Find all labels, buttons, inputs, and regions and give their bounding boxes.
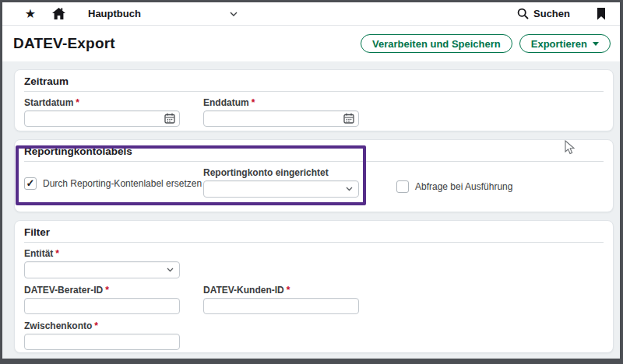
berater-id-input[interactable] bbox=[24, 298, 180, 314]
favorites-star-icon[interactable]: ★ bbox=[23, 6, 38, 22]
export-button[interactable]: Exportieren bbox=[519, 34, 611, 53]
reportingkonto-field: Reportingkonto eingerichtet bbox=[203, 167, 370, 198]
app-window: ★ Hauptbuch Suchen bbox=[0, 0, 623, 364]
kunden-id-label: DATEV-Kunden-ID* bbox=[203, 285, 359, 296]
abfrage-field: Abfrage bei Ausführung bbox=[396, 167, 512, 193]
page-title: DATEV-Export bbox=[13, 35, 115, 52]
header-buttons: Verarbeiten und Speichern Exportieren bbox=[361, 34, 611, 53]
ersetzen-checkbox-row[interactable]: ✓ Durch Reporting-Kontenlabel ersetzen bbox=[24, 177, 203, 190]
entitaet-select[interactable] bbox=[24, 261, 180, 278]
search-icon bbox=[517, 8, 529, 19]
zwischenkonto-label: Zwischenkonto* bbox=[24, 320, 180, 331]
enddatum-label: Enddatum* bbox=[203, 97, 359, 108]
startdatum-label: Startdatum* bbox=[24, 97, 180, 108]
required-marker: * bbox=[252, 97, 255, 108]
process-save-label: Verarbeiten und Speichern bbox=[372, 38, 501, 50]
section-reportingkontolabels: Reportingkontolabels ✓ Durch Reporting-K… bbox=[14, 139, 614, 212]
required-marker: * bbox=[105, 285, 109, 296]
chevron-down-icon bbox=[230, 12, 238, 16]
berater-id-field: DATEV-Berater-ID* bbox=[24, 285, 180, 314]
enddatum-input-wrap bbox=[203, 110, 359, 127]
reportingkonto-label: Reportingkonto eingerichtet bbox=[203, 167, 370, 178]
chevron-down-icon bbox=[346, 187, 353, 191]
reportingkonto-select[interactable] bbox=[203, 180, 359, 198]
entitaet-field: Entität* bbox=[24, 248, 604, 278]
required-marker: * bbox=[94, 320, 98, 331]
section-reporting-title: Reportingkontolabels bbox=[24, 145, 604, 158]
section-divider bbox=[24, 242, 604, 243]
zwischenkonto-field: Zwischenkonto* bbox=[24, 320, 180, 350]
zeitraum-fields-row: Startdatum* bbox=[24, 97, 604, 127]
zwischenkonto-row: Zwischenkonto* bbox=[24, 320, 604, 350]
abfrage-checkbox-label: Abfrage bei Ausführung bbox=[415, 181, 512, 192]
abfrage-checkbox[interactable] bbox=[396, 180, 409, 193]
caret-down-icon bbox=[593, 42, 599, 46]
section-zeitraum: Zeitraum Startdatum* bbox=[14, 69, 614, 131]
berater-id-label: DATEV-Berater-ID* bbox=[24, 285, 180, 296]
home-icon[interactable] bbox=[51, 6, 66, 22]
chevron-down-icon bbox=[167, 268, 174, 272]
enddatum-field: Enddatum* bbox=[203, 97, 359, 127]
section-divider bbox=[24, 91, 604, 92]
calendar-icon[interactable] bbox=[343, 113, 354, 124]
datev-id-row: DATEV-Berater-ID* DATEV-Kunden-ID* bbox=[24, 285, 604, 314]
enddatum-input[interactable] bbox=[203, 110, 359, 127]
kunden-id-field: DATEV-Kunden-ID* bbox=[203, 285, 359, 314]
top-bar: ★ Hauptbuch Suchen bbox=[2, 2, 620, 26]
required-marker: * bbox=[76, 97, 79, 108]
page-content: Zeitraum Startdatum* bbox=[2, 61, 620, 361]
process-save-button[interactable]: Verarbeiten und Speichern bbox=[361, 34, 512, 53]
startdatum-field: Startdatum* bbox=[24, 97, 180, 127]
module-selector-label: Hauptbuch bbox=[88, 8, 141, 19]
search-button[interactable]: Suchen bbox=[517, 8, 570, 19]
ersetzen-field: ✓ Durch Reporting-Kontenlabel ersetzen bbox=[24, 167, 203, 190]
section-filter-title: Filter bbox=[24, 226, 604, 239]
zwischenkonto-input[interactable] bbox=[24, 334, 180, 350]
reporting-fields-row: ✓ Durch Reporting-Kontenlabel ersetzen R… bbox=[24, 167, 604, 198]
calendar-icon[interactable] bbox=[164, 113, 175, 124]
page-header: DATEV-Export Verarbeiten und Speichern E… bbox=[2, 26, 620, 61]
export-label: Exportieren bbox=[531, 38, 587, 50]
section-filter: Filter Entität* DATEV-Berater-ID* DATEV- bbox=[14, 220, 614, 353]
checkmark-icon: ✓ bbox=[26, 178, 35, 188]
section-divider bbox=[24, 161, 604, 162]
search-label: Suchen bbox=[533, 8, 570, 19]
startdatum-input[interactable] bbox=[24, 110, 180, 127]
required-marker: * bbox=[287, 285, 290, 296]
ersetzen-checkbox[interactable]: ✓ bbox=[24, 177, 37, 190]
startdatum-input-wrap bbox=[24, 110, 180, 127]
bookmark-icon[interactable] bbox=[593, 6, 609, 22]
entitaet-label: Entität* bbox=[24, 248, 604, 259]
module-selector-dropdown[interactable]: Hauptbuch bbox=[88, 8, 238, 19]
section-zeitraum-title: Zeitraum bbox=[24, 75, 604, 88]
ersetzen-checkbox-label: Durch Reporting-Kontenlabel ersetzen bbox=[43, 178, 202, 189]
required-marker: * bbox=[55, 248, 59, 259]
kunden-id-input[interactable] bbox=[203, 298, 359, 314]
abfrage-checkbox-row[interactable]: Abfrage bei Ausführung bbox=[396, 180, 512, 193]
